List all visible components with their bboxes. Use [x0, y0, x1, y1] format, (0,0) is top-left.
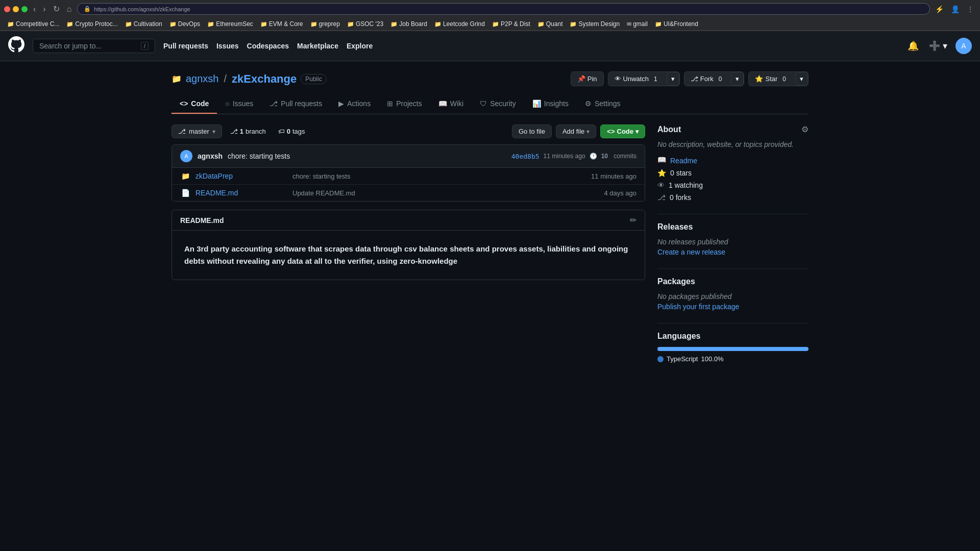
- bookmark-item[interactable]: 📁 Cultivation: [122, 19, 165, 29]
- tab-code[interactable]: <> Code: [172, 94, 217, 114]
- file-name-link[interactable]: README.md: [195, 189, 287, 197]
- publish-package-link[interactable]: Publish your first package: [657, 303, 808, 311]
- releases-section: Releases No releases published Create a …: [657, 222, 808, 256]
- browser-chrome: ‹ › ↻ ⌂ 🔒 https://github.com/agnxsh/zkEx…: [0, 0, 980, 31]
- bookmark-item[interactable]: 📁 DevOps: [166, 19, 203, 29]
- maximize-window-button[interactable]: [21, 6, 28, 12]
- add-file-button[interactable]: Add file ▾: [556, 124, 596, 138]
- bookmark-item[interactable]: 📁 Competitive C...: [4, 19, 62, 29]
- fork-dropdown-button[interactable]: ▾: [731, 72, 744, 86]
- repo-header: 📁 agnxsh / zkExchange Public 📌 Pin 👁 Unw…: [172, 71, 808, 86]
- tags-count-link[interactable]: 🏷 0 tags: [274, 125, 309, 138]
- about-title: About ⚙: [657, 124, 808, 134]
- tag-icon: 🏷: [278, 128, 285, 135]
- bookmark-folder-icon: 📁: [260, 21, 267, 28]
- nav-issues[interactable]: Issues: [216, 42, 239, 50]
- typescript-color-dot: [657, 356, 664, 362]
- commit-author-avatar[interactable]: A: [180, 150, 192, 162]
- browser-window-controls: [4, 6, 28, 12]
- search-bar[interactable]: Search or jump to... /: [33, 39, 155, 53]
- address-bar[interactable]: 🔒 https://github.com/agnxsh/zkExchange: [77, 3, 930, 15]
- repo-title: 📁 agnxsh / zkExchange Public: [172, 72, 327, 86]
- github-header: Search or jump to... / Pull requests Iss…: [0, 31, 980, 61]
- repo-owner-link[interactable]: agnxsh: [186, 73, 219, 85]
- releases-text: No releases published: [657, 238, 808, 246]
- tab-pull-requests[interactable]: ⎇ Pull requests: [261, 94, 330, 114]
- github-logo[interactable]: [8, 36, 24, 56]
- star-button[interactable]: ⭐ Star 0: [749, 72, 795, 86]
- languages-section: Languages TypeScript 100.0%: [657, 332, 808, 363]
- tab-security[interactable]: 🛡 Security: [472, 94, 524, 114]
- file-name-link[interactable]: zkDataPrep: [195, 172, 287, 180]
- home-button[interactable]: ⌂: [64, 3, 75, 15]
- url-text: https://github.com/agnxsh/zkExchange: [94, 6, 190, 12]
- refresh-button[interactable]: ↻: [51, 3, 62, 15]
- repo-visibility-badge: Public: [301, 74, 327, 84]
- close-window-button[interactable]: [4, 6, 10, 12]
- releases-title: Releases: [657, 222, 808, 232]
- minimize-window-button[interactable]: [13, 6, 19, 12]
- repo-name-link[interactable]: zkExchange: [232, 72, 297, 86]
- commits-count-link[interactable]: 10 commits: [601, 153, 636, 160]
- repo-icon: 📁: [172, 74, 182, 84]
- bookmark-item[interactable]: ✉ gmail: [624, 19, 651, 29]
- nav-codespaces[interactable]: Codespaces: [247, 42, 289, 50]
- tab-insights[interactable]: 📊 Insights: [524, 94, 577, 114]
- bookmark-item[interactable]: 📁 System Design: [567, 19, 623, 29]
- book-icon: 📖: [657, 156, 666, 164]
- tab-projects[interactable]: ⊞ Projects: [379, 94, 430, 114]
- bookmark-folder-icon: 📁: [125, 21, 132, 28]
- tab-settings[interactable]: ⚙ Settings: [577, 94, 629, 114]
- bookmarks-bar: 📁 Competitive C... 📁 Crypto Protoc... 📁 …: [0, 18, 980, 31]
- chevron-down-icon: ▾: [800, 75, 803, 83]
- bookmark-item[interactable]: 📁 Job Board: [387, 19, 430, 29]
- bookmark-item[interactable]: 📁 EthereumSec: [204, 19, 256, 29]
- bookmark-item[interactable]: 📁 EVM & Core: [257, 19, 306, 29]
- bookmark-item[interactable]: 📁 UI&Frontend: [652, 19, 701, 29]
- create-new-button[interactable]: ➕ ▾: [927, 38, 949, 54]
- unwatch-dropdown-button[interactable]: ▾: [667, 72, 679, 86]
- bookmark-item[interactable]: 📁 Crypto Protoc...: [63, 19, 120, 29]
- back-button[interactable]: ‹: [31, 3, 38, 15]
- commit-author-name[interactable]: agnxsh: [198, 152, 223, 160]
- profile-icon[interactable]: 👤: [949, 4, 962, 14]
- notifications-button[interactable]: 🔔: [905, 38, 921, 54]
- readme-edit-button[interactable]: ✏: [630, 215, 636, 225]
- file-row: 📄 README.md Update README.md 4 days ago: [172, 185, 645, 201]
- commit-hash[interactable]: 40ed8b5: [511, 153, 540, 160]
- language-item: TypeScript 100.0%: [657, 355, 808, 363]
- bookmark-item[interactable]: 📁 greprep: [307, 19, 343, 29]
- projects-tab-icon: ⊞: [387, 99, 393, 108]
- nav-explore[interactable]: Explore: [347, 42, 373, 50]
- chevron-down-icon: ▾: [212, 128, 215, 135]
- about-edit-button[interactable]: ⚙: [801, 124, 808, 134]
- fork-button[interactable]: ⎇ Fork 0: [684, 72, 731, 86]
- menu-icon[interactable]: ⋮: [965, 4, 976, 14]
- tab-actions[interactable]: ▶ Actions: [330, 94, 379, 114]
- branches-count-link[interactable]: ⎇ 1 branch: [226, 125, 270, 138]
- branch-selector-button[interactable]: ⎇ master ▾: [172, 124, 222, 138]
- nav-pull-requests[interactable]: Pull requests: [163, 42, 208, 50]
- user-avatar[interactable]: A: [955, 38, 972, 54]
- extensions-icon[interactable]: ⚡: [933, 4, 946, 14]
- bookmark-folder-icon: 📁: [434, 21, 442, 28]
- star-dropdown-button[interactable]: ▾: [795, 72, 808, 86]
- unwatch-button[interactable]: 👁 Unwatch 1: [608, 72, 667, 86]
- readme-link-text[interactable]: Readme: [670, 157, 697, 165]
- nav-marketplace[interactable]: Marketplace: [297, 42, 338, 50]
- bookmark-item[interactable]: 📁 Quant: [534, 19, 566, 29]
- language-bar: [657, 347, 808, 351]
- forward-button[interactable]: ›: [40, 3, 48, 15]
- pin-button[interactable]: 📌 Pin: [571, 71, 604, 86]
- wiki-tab-icon: 📖: [438, 99, 447, 108]
- goto-file-button[interactable]: Go to file: [512, 124, 552, 138]
- bookmark-item[interactable]: 📁 Leetcode Grind: [431, 19, 488, 29]
- create-release-link[interactable]: Create a new release: [657, 248, 808, 256]
- tab-wiki[interactable]: 📖 Wiki: [430, 94, 472, 114]
- tab-issues[interactable]: ○ Issues: [217, 94, 261, 114]
- main-content: 📁 agnxsh / zkExchange Public 📌 Pin 👁 Unw…: [163, 61, 817, 385]
- code-clone-button[interactable]: <> Code ▾: [600, 124, 645, 138]
- bookmark-item[interactable]: 📁 P2P & Dist: [489, 19, 533, 29]
- branch-count-icon: ⎇: [230, 128, 238, 135]
- bookmark-item[interactable]: 📁 GSOC '23: [344, 19, 386, 29]
